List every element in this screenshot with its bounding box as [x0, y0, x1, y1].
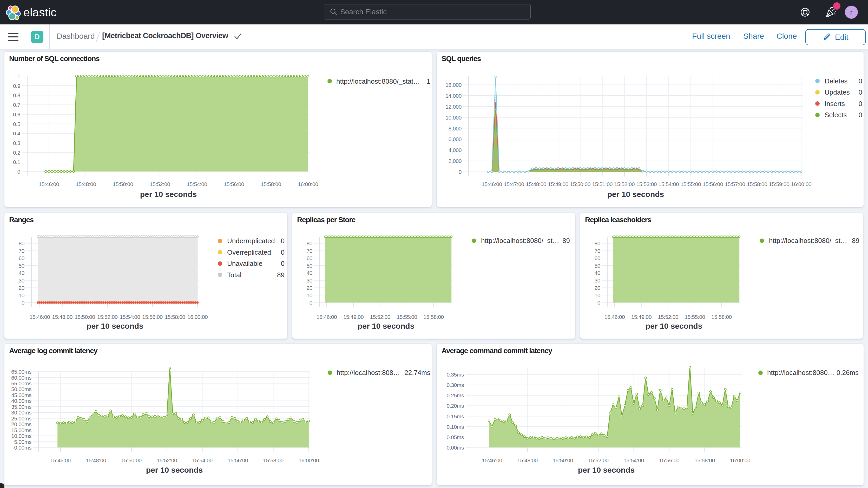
svg-text:15:46:00: 15:46:00	[604, 314, 625, 320]
svg-text:0: 0	[310, 300, 312, 306]
svg-text:15:58:00: 15:58:00	[261, 181, 281, 187]
svg-text:15:50:00: 15:50:00	[113, 181, 133, 187]
svg-text:15:56:00: 15:56:00	[228, 457, 248, 463]
svg-text:15:50:00: 15:50:00	[553, 457, 573, 463]
svg-text:15:56:00: 15:56:00	[142, 314, 163, 320]
svg-text:20: 20	[19, 285, 24, 291]
svg-text:0.30ms: 0.30ms	[447, 382, 464, 388]
svg-text:0: 0	[18, 169, 20, 175]
svg-text:50: 50	[306, 263, 312, 269]
svg-text:15:54:00: 15:54:00	[192, 457, 213, 463]
svg-text:55.00ms: 55.00ms	[11, 380, 31, 387]
svg-text:15:56:00: 15:56:00	[659, 457, 680, 463]
svg-text:15:58:00: 15:58:00	[263, 457, 283, 463]
svg-text:16:00:00: 16:00:00	[299, 457, 319, 463]
svg-text:65.00ms: 65.00ms	[11, 369, 31, 375]
svg-text:16:00:00: 16:00:00	[730, 457, 750, 463]
svg-text:5.00ms: 5.00ms	[14, 439, 31, 445]
svg-text:70: 70	[594, 248, 600, 254]
svg-text:15:54:00: 15:54:00	[658, 181, 679, 187]
svg-text:15:46:00: 15:46:00	[482, 181, 502, 187]
svg-text:0.1: 0.1	[13, 159, 20, 165]
svg-text:15:50:00: 15:50:00	[570, 181, 590, 187]
svg-text:15:52:00: 15:52:00	[157, 457, 177, 463]
svg-text:0.3: 0.3	[13, 140, 20, 146]
svg-text:16:00:00: 16:00:00	[791, 181, 812, 187]
svg-text:35.00ms: 35.00ms	[11, 404, 31, 410]
svg-text:15:58:00: 15:58:00	[694, 457, 715, 463]
svg-text:4,000: 4,000	[448, 147, 462, 153]
svg-text:0: 0	[597, 300, 600, 306]
svg-text:20: 20	[594, 285, 600, 291]
svg-text:15:46:00: 15:46:00	[316, 314, 337, 320]
svg-text:15:50:00: 15:50:00	[74, 314, 95, 320]
svg-text:0.2: 0.2	[13, 150, 20, 156]
svg-text:15:49:00: 15:49:00	[548, 181, 568, 187]
svg-text:10.00ms: 10.00ms	[11, 433, 31, 439]
svg-text:15:48:00: 15:48:00	[526, 181, 546, 187]
svg-text:15:46:00: 15:46:00	[482, 457, 502, 463]
svg-text:50: 50	[594, 263, 600, 269]
svg-text:2,000: 2,000	[448, 158, 462, 164]
svg-text:15:46:00: 15:46:00	[39, 181, 59, 187]
svg-text:0.9: 0.9	[13, 83, 20, 89]
svg-text:0.20ms: 0.20ms	[447, 403, 464, 409]
svg-text:40: 40	[594, 270, 600, 276]
svg-text:20.00ms: 20.00ms	[11, 421, 31, 427]
svg-text:6,000: 6,000	[448, 136, 462, 142]
svg-text:0.6: 0.6	[13, 112, 20, 118]
svg-text:15:58:00: 15:58:00	[747, 181, 768, 187]
svg-text:15:59:00: 15:59:00	[769, 181, 789, 187]
svg-text:50.00ms: 50.00ms	[11, 386, 31, 392]
svg-text:10,000: 10,000	[445, 115, 462, 121]
svg-text:60.00ms: 60.00ms	[11, 375, 31, 381]
svg-text:60: 60	[19, 255, 24, 261]
svg-text:15:52:00: 15:52:00	[588, 457, 609, 463]
svg-text:15:54:00: 15:54:00	[187, 181, 207, 187]
svg-text:30.00ms: 30.00ms	[11, 409, 31, 416]
svg-text:0.35ms: 0.35ms	[447, 372, 464, 377]
svg-text:15:52:00: 15:52:00	[658, 314, 679, 320]
svg-text:25.00ms: 25.00ms	[11, 416, 31, 422]
svg-text:15:58:00: 15:58:00	[165, 314, 185, 320]
svg-text:0: 0	[22, 300, 24, 306]
svg-text:15:57:00: 15:57:00	[725, 181, 745, 187]
svg-text:10: 10	[19, 292, 24, 298]
svg-text:16:00:00: 16:00:00	[187, 314, 208, 320]
svg-text:15:53:00: 15:53:00	[637, 181, 657, 187]
svg-text:45.00ms: 45.00ms	[11, 392, 31, 398]
svg-text:80: 80	[594, 240, 600, 246]
svg-text:15:58:00: 15:58:00	[423, 314, 444, 320]
svg-text:0.05ms: 0.05ms	[447, 434, 464, 440]
svg-text:15:55:00: 15:55:00	[397, 314, 417, 320]
svg-text:0.7: 0.7	[13, 102, 20, 108]
svg-text:15:58:00: 15:58:00	[711, 314, 732, 320]
svg-text:80: 80	[306, 240, 312, 246]
svg-text:30: 30	[19, 277, 24, 283]
svg-text:15:48:00: 15:48:00	[517, 457, 538, 463]
svg-text:12,000: 12,000	[445, 104, 462, 110]
svg-text:10: 10	[594, 292, 600, 298]
svg-text:15:46:00: 15:46:00	[30, 314, 50, 320]
svg-text:15:52:00: 15:52:00	[614, 181, 635, 187]
svg-text:0.10ms: 0.10ms	[447, 424, 464, 430]
svg-text:15:55:00: 15:55:00	[681, 181, 701, 187]
svg-text:15.00ms: 15.00ms	[11, 427, 31, 433]
svg-text:15:52:00: 15:52:00	[150, 181, 170, 187]
svg-text:15:54:00: 15:54:00	[623, 457, 644, 463]
svg-text:0.8: 0.8	[13, 92, 20, 98]
svg-text:20: 20	[306, 285, 312, 291]
svg-text:0.15ms: 0.15ms	[447, 414, 464, 419]
svg-text:1: 1	[18, 73, 20, 79]
svg-text:0.5: 0.5	[13, 121, 20, 127]
svg-text:0.00ms: 0.00ms	[14, 445, 31, 451]
svg-text:0: 0	[459, 169, 462, 175]
svg-text:15:50:00: 15:50:00	[121, 457, 142, 463]
svg-text:80: 80	[19, 240, 24, 246]
svg-text:15:56:00: 15:56:00	[224, 181, 244, 187]
svg-text:0.25ms: 0.25ms	[447, 392, 464, 398]
svg-text:15:52:00: 15:52:00	[370, 314, 391, 320]
svg-text:15:48:00: 15:48:00	[52, 314, 72, 320]
svg-text:16:00:00: 16:00:00	[298, 181, 318, 187]
svg-text:14,000: 14,000	[445, 93, 462, 99]
